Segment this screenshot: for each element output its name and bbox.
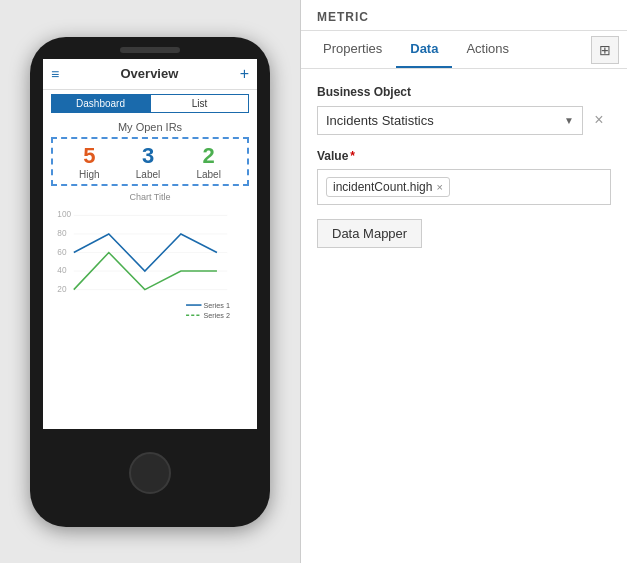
tab-icon: ⊞ [599, 42, 611, 58]
metric-high-number: 5 [83, 143, 95, 169]
plus-icon[interactable]: + [240, 65, 249, 83]
value-input-box[interactable]: incidentCount.high × [317, 169, 611, 205]
chart-svg: 100 80 60 40 20 Se [47, 204, 253, 334]
tabs-row: Properties Data Actions ⊞ [301, 31, 627, 69]
chart-title: Chart Title [47, 192, 253, 202]
phone-speaker [120, 47, 180, 53]
section-title: My Open IRs [43, 117, 257, 135]
metric-header: METRIC [301, 0, 627, 31]
tab-properties[interactable]: Properties [309, 31, 396, 68]
metric-high-label: High [79, 169, 100, 180]
tag-text: incidentCount.high [333, 180, 432, 194]
metric-label-2: 2 Label [196, 143, 220, 180]
tab-actions[interactable]: Actions [452, 31, 523, 68]
metric-green-number: 2 [203, 143, 215, 169]
business-object-value: Incidents Statistics [326, 113, 434, 128]
svg-text:Series 1: Series 1 [204, 301, 230, 310]
phone-screen: ≡ Overview + Dashboard List My Open IRs … [43, 59, 257, 429]
value-label: Value* [317, 149, 611, 163]
metric-green-label: Label [196, 169, 220, 180]
business-object-row: Incidents Statistics ▼ × [317, 105, 611, 135]
screen-title: Overview [121, 66, 179, 81]
panel-content: Business Object Incidents Statistics ▼ ×… [301, 69, 627, 563]
metric-high: 5 High [79, 143, 100, 180]
phone-home-button[interactable] [129, 452, 171, 494]
left-panel: ≡ Overview + Dashboard List My Open IRs … [0, 0, 300, 563]
tab-data[interactable]: Data [396, 31, 452, 68]
data-mapper-button[interactable]: Data Mapper [317, 219, 422, 248]
screen-header: ≡ Overview + [43, 59, 257, 90]
chevron-down-icon: ▼ [564, 115, 574, 126]
metric-blue-number: 3 [142, 143, 154, 169]
metric-blue-label: Label [136, 169, 160, 180]
value-tag: incidentCount.high × [326, 177, 450, 197]
phone-mockup: ≡ Overview + Dashboard List My Open IRs … [30, 37, 270, 527]
svg-text:20: 20 [57, 284, 67, 293]
tab-icon-button[interactable]: ⊞ [591, 36, 619, 64]
business-object-clear-button[interactable]: × [587, 105, 611, 135]
screen-tabs: Dashboard List [43, 90, 257, 117]
business-object-select[interactable]: Incidents Statistics ▼ [317, 106, 583, 135]
svg-text:40: 40 [57, 266, 67, 275]
phone-home-area [129, 429, 171, 517]
hamburger-icon[interactable]: ≡ [51, 66, 59, 82]
business-object-label: Business Object [317, 85, 611, 99]
chart-area: Chart Title 100 80 60 40 20 [43, 190, 257, 429]
tab-dashboard[interactable]: Dashboard [51, 94, 150, 113]
metrics-box: 5 High 3 Label 2 Label [51, 137, 249, 186]
svg-text:80: 80 [57, 229, 67, 238]
tab-list[interactable]: List [150, 94, 249, 113]
right-panel: METRIC Properties Data Actions ⊞ Busines… [300, 0, 627, 563]
metric-label-1: 3 Label [136, 143, 160, 180]
tag-remove-icon[interactable]: × [436, 181, 442, 193]
svg-text:100: 100 [57, 210, 71, 219]
svg-text:Series 2: Series 2 [204, 311, 230, 320]
svg-text:60: 60 [57, 247, 67, 256]
